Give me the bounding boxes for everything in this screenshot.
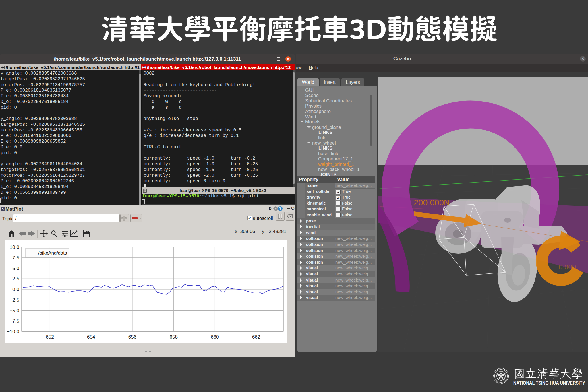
svg-text:−2.5: −2.5 xyxy=(9,297,19,303)
svg-text:660: 660 xyxy=(211,334,219,340)
svg-text:7.5: 7.5 xyxy=(12,255,19,261)
svg-text:−5.0: −5.0 xyxy=(9,308,19,313)
svg-text:654: 654 xyxy=(87,334,95,340)
svg-text:/bikeAng/data: /bikeAng/data xyxy=(38,250,67,255)
svg-text:10.0: 10.0 xyxy=(10,244,19,250)
svg-text:−7.5: −7.5 xyxy=(9,318,19,324)
svg-text:200.000N: 200.000N xyxy=(414,198,450,207)
svg-text:5.0: 5.0 xyxy=(12,266,19,271)
svg-text:NATIONAL TSING HUA UNIVERSITY: NATIONAL TSING HUA UNIVERSITY xyxy=(513,380,585,386)
svg-text:658: 658 xyxy=(170,334,178,340)
svg-text:652: 652 xyxy=(46,334,54,340)
svg-text:656: 656 xyxy=(128,334,136,340)
svg-text:662: 662 xyxy=(252,334,260,340)
svg-text:0.0: 0.0 xyxy=(12,287,19,292)
svg-text:2.5: 2.5 xyxy=(12,276,19,282)
svg-text:−10.0: −10.0 xyxy=(7,329,19,334)
